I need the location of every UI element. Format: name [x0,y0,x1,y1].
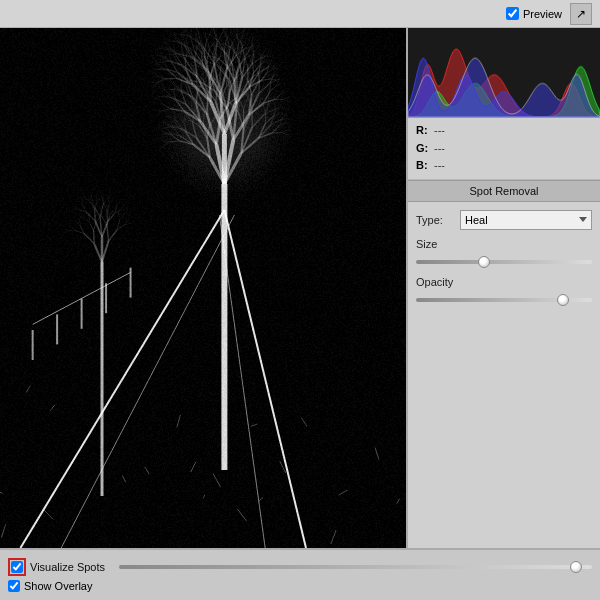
r-value: --- [434,122,445,140]
visualize-row: Visualize Spots [8,558,592,576]
export-icon: ↗ [576,7,586,21]
visualize-spots-text: Visualize Spots [30,561,105,573]
size-label: Size [416,238,592,250]
preview-checkbox[interactable] [506,7,519,20]
g-value: --- [434,140,445,158]
size-slider-track[interactable] [416,260,592,264]
type-label: Type: [416,214,454,226]
bottom-bar: Visualize Spots Show Overlay [0,548,600,600]
histogram-canvas [408,28,600,117]
opacity-slider-track[interactable] [416,298,592,302]
image-canvas [0,28,408,548]
top-toolbar: Preview ↗ [0,0,600,28]
preview-checkbox-label[interactable]: Preview [506,7,562,20]
visualize-checkbox-wrapper [8,558,26,576]
size-slider-row: Size [416,238,592,268]
color-readout: R: --- G: --- B: --- [408,118,600,180]
r-row: R: --- [416,122,592,140]
main-area: R: --- G: --- B: --- Spot Removal Type: … [0,28,600,548]
show-overlay-label: Show Overlay [24,580,92,592]
show-overlay-checkbox[interactable] [8,580,20,592]
image-panel [0,28,408,548]
b-row: B: --- [416,157,592,175]
b-value: --- [434,157,445,175]
type-select[interactable]: Heal Clone [460,210,592,230]
opacity-slider-thumb[interactable] [557,294,569,306]
preview-label: Preview [523,8,562,20]
size-slider-thumb[interactable] [478,256,490,268]
controls-section: Type: Heal Clone Size Opacity [408,202,600,548]
visualize-spots-checkbox[interactable] [11,561,23,573]
b-label: B: [416,157,430,175]
spot-removal-header: Spot Removal [408,180,600,202]
histogram-area [408,28,600,118]
type-row: Type: Heal Clone [416,210,592,230]
r-label: R: [416,122,430,140]
opacity-slider-row: Opacity [416,276,592,306]
export-button[interactable]: ↗ [570,3,592,25]
g-label: G: [416,140,430,158]
visualize-slider-thumb[interactable] [570,561,582,573]
visualize-slider-track[interactable] [119,565,592,569]
right-panel: R: --- G: --- B: --- Spot Removal Type: … [408,28,600,548]
opacity-label: Opacity [416,276,592,288]
g-row: G: --- [416,140,592,158]
show-overlay-row: Show Overlay [8,580,592,592]
visualize-spots-label[interactable]: Visualize Spots [8,558,105,576]
